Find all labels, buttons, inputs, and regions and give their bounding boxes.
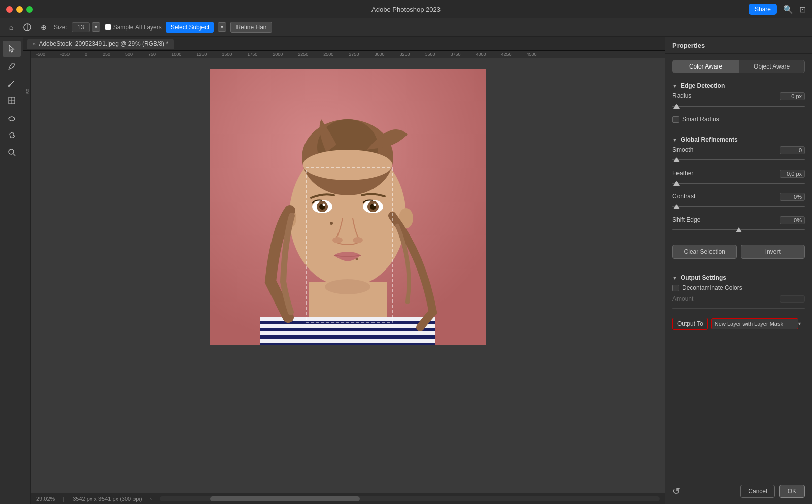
shift-edge-slider[interactable] <box>672 226 805 233</box>
svg-line-9 <box>13 154 15 156</box>
object-aware-button[interactable]: Object Aware <box>739 60 804 73</box>
invert-button[interactable]: Invert <box>741 245 805 259</box>
horizontal-scrollbar[interactable] <box>160 496 660 501</box>
radius-thumb[interactable] <box>673 104 680 109</box>
decontaminate-row: Decontaminate Colors <box>672 284 805 291</box>
edge-detection-header[interactable]: ▼ Edge Detection <box>672 78 805 92</box>
smooth-label: Smooth <box>672 146 693 154</box>
feather-thumb[interactable] <box>673 181 680 186</box>
color-aware-button[interactable]: Color Aware <box>673 60 739 73</box>
tool-zoom[interactable] <box>3 144 21 160</box>
output-select[interactable]: New Layer with Layer Mask New Layer Laye… <box>711 318 798 329</box>
toolbox <box>0 37 23 504</box>
contrast-thumb[interactable] <box>673 204 680 209</box>
add-icon[interactable]: ⊕ <box>38 21 50 33</box>
document-dimensions: 3542 px x 3541 px (300 ppi) <box>73 496 142 502</box>
smooth-value[interactable]: 0 <box>780 146 805 154</box>
svg-rect-16 <box>260 335 435 339</box>
share-button[interactable]: Share <box>749 4 777 15</box>
radius-value[interactable]: 0 px <box>780 92 805 100</box>
selection-buttons-row: Clear Selection Invert <box>672 245 805 259</box>
status-arrow[interactable]: › <box>150 496 152 502</box>
close-button[interactable] <box>6 6 13 13</box>
amount-value <box>780 295 805 303</box>
output-settings-header[interactable]: ▼ Output Settings <box>672 270 805 284</box>
contrast-value[interactable]: 0% <box>780 193 805 201</box>
amount-label: Amount <box>672 295 693 303</box>
svg-rect-15 <box>260 328 435 331</box>
contrast-slider[interactable] <box>672 203 805 210</box>
global-refinements-chevron: ▼ <box>672 137 678 143</box>
shift-edge-value[interactable]: 0% <box>780 216 805 224</box>
smooth-thumb[interactable] <box>673 157 680 162</box>
canvas-viewport[interactable] <box>31 58 665 493</box>
tool-transform[interactable] <box>3 92 21 109</box>
amount-row: Amount <box>672 295 805 312</box>
select-subject-button[interactable]: Select Subject <box>166 22 214 33</box>
size-dropdown-button[interactable]: ▾ <box>92 22 100 32</box>
horizontal-ruler: -500 -250 0 250 500 750 1000 1250 1500 1… <box>31 51 665 58</box>
output-settings-label: Output Settings <box>681 274 726 281</box>
decontaminate-label: Decontaminate Colors <box>682 284 742 291</box>
status-bar: 29,02% | 3542 px x 3541 px (300 ppi) › <box>31 493 665 504</box>
edge-detection-chevron: ▼ <box>672 83 678 89</box>
refine-hair-button[interactable]: Refine Hair <box>230 22 272 33</box>
clear-selection-button[interactable]: Clear Selection <box>672 245 737 259</box>
size-input[interactable] <box>72 22 90 32</box>
smooth-slider[interactable] <box>672 156 805 163</box>
svg-point-34 <box>330 222 333 225</box>
svg-point-36 <box>325 279 370 294</box>
output-to-label: Output To <box>672 318 708 330</box>
maximize-button[interactable] <box>26 6 33 13</box>
ok-button[interactable]: OK <box>779 485 805 498</box>
feather-row: Feather 0,0 px <box>672 170 805 187</box>
tab-close-icon[interactable]: × <box>32 41 36 47</box>
feather-value[interactable]: 0,0 px <box>780 170 805 178</box>
tool-shape[interactable] <box>3 110 21 126</box>
tool-selection[interactable] <box>3 41 21 57</box>
global-refinements-header[interactable]: ▼ Global Refinements <box>672 132 805 146</box>
shift-edge-row: Shift Edge 0% <box>672 216 805 233</box>
smart-radius-label: Smart Radius <box>682 116 719 123</box>
svg-point-32 <box>332 237 343 243</box>
tool-hand[interactable] <box>3 127 21 143</box>
smart-radius-checkbox[interactable] <box>672 116 679 123</box>
brush-tool-icon[interactable] <box>21 21 33 33</box>
radius-label: Radius <box>672 92 691 100</box>
app-title: Adobe Photoshop 2023 <box>371 6 441 13</box>
tool-brush[interactable] <box>3 75 21 91</box>
sample-all-layers-toggle[interactable]: Sample All Layers <box>105 24 162 31</box>
svg-point-23 <box>303 150 392 180</box>
document-tab[interactable]: × AdobeStock_209523491.jpeg @ 29% (RGB/8… <box>27 39 174 49</box>
sample-all-layers-label: Sample All Layers <box>113 24 162 31</box>
panel-title: Properties <box>665 37 812 54</box>
feather-label: Feather <box>672 170 693 178</box>
sample-all-layers-checkbox[interactable] <box>105 24 111 30</box>
amount-slider <box>672 305 805 312</box>
svg-point-8 <box>9 149 14 154</box>
cancel-button[interactable]: Cancel <box>740 485 774 498</box>
svg-point-31 <box>374 204 376 206</box>
shift-edge-thumb[interactable] <box>736 227 742 232</box>
home-icon[interactable]: ⌂ <box>5 21 17 33</box>
size-control: ▾ <box>72 22 100 32</box>
global-refinements-section: ▼ Global Refinements Smooth 0 Feather 0,… <box>665 132 812 240</box>
output-to-row: Output To New Layer with Layer Mask New … <box>672 318 805 330</box>
decontaminate-checkbox[interactable] <box>672 285 679 291</box>
minimize-button[interactable] <box>16 6 23 13</box>
smooth-row: Smooth 0 <box>672 146 805 163</box>
window-icon[interactable]: ⊡ <box>799 5 806 14</box>
output-settings-chevron: ▼ <box>672 275 678 281</box>
output-settings-section: ▼ Output Settings Decontaminate Colors A… <box>665 270 812 336</box>
tool-paint[interactable] <box>3 58 21 74</box>
feather-slider[interactable] <box>672 180 805 187</box>
bottom-actions: ↺ Cancel OK <box>665 481 812 504</box>
search-icon[interactable]: 🔍 <box>783 5 793 14</box>
contrast-label: Contrast <box>672 193 695 201</box>
radius-slider[interactable] <box>672 103 805 110</box>
select-subject-dropdown[interactable]: ▾ <box>218 22 226 32</box>
shift-edge-label: Shift Edge <box>672 216 700 224</box>
traffic-lights <box>6 6 33 13</box>
output-dropdown-wrap: New Layer with Layer Mask New Layer Laye… <box>711 318 805 329</box>
undo-icon[interactable]: ↺ <box>672 486 680 497</box>
